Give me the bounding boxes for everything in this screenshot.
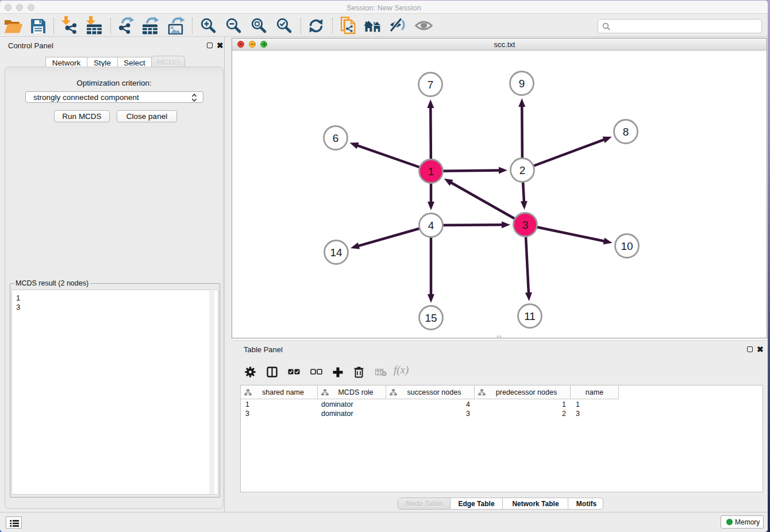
svg-text:11: 11 (524, 310, 536, 322)
svg-text:2: 2 (519, 164, 526, 176)
svg-text:10: 10 (621, 240, 633, 252)
svg-text:15: 15 (425, 312, 437, 324)
svg-text:4: 4 (428, 219, 434, 232)
svg-text:8: 8 (623, 126, 629, 138)
svg-text:9: 9 (519, 78, 525, 90)
svg-text:3: 3 (522, 219, 529, 231)
svg-text:14: 14 (330, 246, 342, 259)
svg-text:7: 7 (428, 79, 434, 91)
svg-text:1: 1 (428, 165, 434, 178)
svg-text:6: 6 (333, 132, 339, 144)
